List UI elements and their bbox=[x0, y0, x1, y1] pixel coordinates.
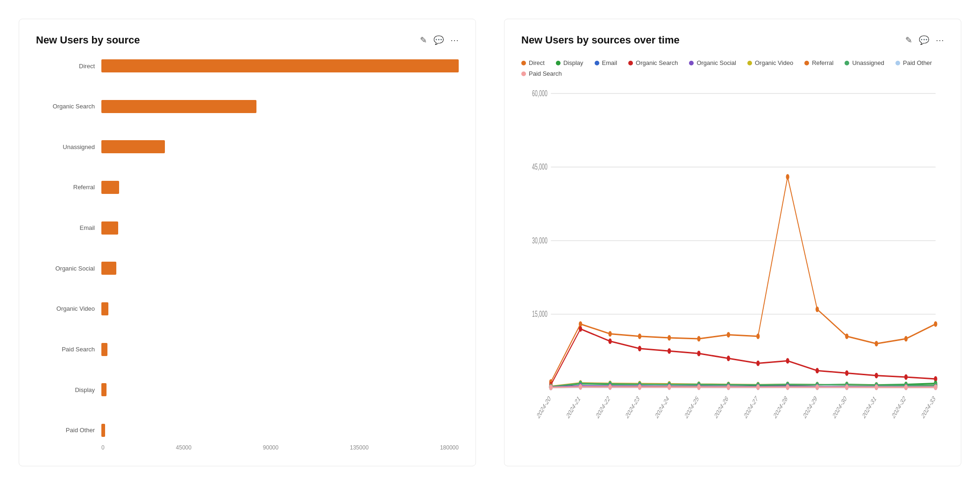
legend-dot bbox=[845, 61, 849, 65]
more-icon[interactable]: ⋯ bbox=[936, 35, 944, 45]
svg-point-41 bbox=[668, 348, 671, 354]
legend-dot bbox=[521, 61, 526, 65]
svg-text:2024-23: 2024-23 bbox=[625, 394, 640, 421]
legend-item: Email bbox=[595, 59, 618, 66]
svg-point-45 bbox=[786, 358, 789, 364]
svg-point-152 bbox=[638, 384, 641, 390]
legend-item: Referral bbox=[804, 59, 833, 66]
legend-item: Paid Other bbox=[895, 59, 932, 66]
bar-fill bbox=[101, 302, 108, 315]
svg-text:2024-24: 2024-24 bbox=[654, 394, 670, 420]
svg-point-160 bbox=[875, 385, 878, 390]
svg-text:2024-29: 2024-29 bbox=[802, 394, 818, 421]
legend-item: Organic Social bbox=[689, 59, 736, 66]
more-icon[interactable]: ⋯ bbox=[450, 35, 459, 45]
svg-point-25 bbox=[608, 331, 611, 337]
bar-fill bbox=[101, 59, 459, 72]
left-panel-header: New Users by source ✎ 💬 ⋯ bbox=[36, 34, 459, 46]
svg-text:15,000: 15,000 bbox=[532, 310, 547, 319]
legend-dot bbox=[689, 61, 694, 65]
svg-point-36 bbox=[934, 321, 937, 327]
comment-icon[interactable]: 💬 bbox=[919, 35, 929, 45]
legend-dot bbox=[747, 61, 752, 65]
line-chart-svg: 60,00045,00030,00015,0002024-202024-2120… bbox=[521, 86, 944, 451]
svg-text:45,000: 45,000 bbox=[532, 163, 547, 171]
svg-point-33 bbox=[845, 334, 848, 339]
bar-label: Paid Search bbox=[36, 346, 101, 353]
bar-fill bbox=[101, 140, 165, 153]
svg-point-159 bbox=[845, 385, 848, 390]
svg-point-40 bbox=[638, 346, 641, 351]
svg-point-34 bbox=[875, 341, 878, 347]
bar-label: Unassigned bbox=[36, 143, 101, 150]
bar-container bbox=[101, 383, 459, 396]
svg-point-42 bbox=[697, 351, 700, 357]
svg-text:2024-31: 2024-31 bbox=[861, 394, 877, 421]
bar-container bbox=[101, 100, 459, 113]
svg-text:2024-28: 2024-28 bbox=[773, 394, 788, 421]
bar-fill bbox=[101, 343, 107, 356]
x-axis-label: 180000 bbox=[440, 444, 459, 451]
svg-point-49 bbox=[904, 374, 908, 380]
legend-item: Organic Video bbox=[747, 59, 793, 66]
bar-label: Display bbox=[36, 386, 101, 393]
legend-dot bbox=[895, 61, 900, 65]
svg-text:2024-32: 2024-32 bbox=[891, 394, 907, 421]
bar-row: Organic Search bbox=[36, 100, 459, 113]
edit-icon[interactable]: ✎ bbox=[420, 35, 427, 45]
bar-container bbox=[101, 343, 459, 356]
left-panel: New Users by source ✎ 💬 ⋯ DirectOrganic … bbox=[19, 19, 476, 466]
svg-point-35 bbox=[904, 336, 908, 342]
legend-item: Direct bbox=[521, 59, 545, 66]
comment-icon[interactable]: 💬 bbox=[433, 35, 444, 45]
bar-label: Organic Search bbox=[36, 103, 101, 110]
bar-label: Organic Social bbox=[36, 265, 101, 272]
svg-point-154 bbox=[697, 385, 700, 390]
legend-label: Email bbox=[602, 59, 618, 66]
legend-label: Direct bbox=[529, 59, 545, 66]
legend-label: Display bbox=[563, 59, 583, 66]
bar-container bbox=[101, 181, 459, 194]
legend-dot bbox=[556, 61, 561, 65]
svg-point-149 bbox=[549, 385, 553, 390]
svg-point-27 bbox=[668, 335, 671, 341]
bar-fill bbox=[101, 424, 105, 437]
bar-fill bbox=[101, 383, 107, 396]
svg-point-156 bbox=[756, 385, 760, 390]
svg-point-158 bbox=[816, 385, 819, 390]
svg-point-150 bbox=[579, 384, 582, 390]
legend-dot bbox=[804, 61, 809, 65]
bar-row: Paid Search bbox=[36, 343, 459, 356]
legend-dot bbox=[521, 71, 526, 76]
svg-point-39 bbox=[608, 338, 611, 344]
svg-point-29 bbox=[727, 332, 730, 338]
bar-container bbox=[101, 262, 459, 275]
bar-container bbox=[101, 302, 459, 315]
svg-point-38 bbox=[579, 326, 582, 332]
legend-dot bbox=[628, 61, 633, 65]
svg-point-162 bbox=[934, 385, 937, 390]
legend-item: Organic Search bbox=[628, 59, 678, 66]
svg-point-32 bbox=[816, 307, 819, 312]
bar-row: Display bbox=[36, 383, 459, 396]
svg-text:2024-21: 2024-21 bbox=[566, 394, 582, 421]
edit-icon[interactable]: ✎ bbox=[905, 35, 912, 45]
right-panel: New Users by sources over time ✎ 💬 ⋯ Dir… bbox=[504, 19, 961, 466]
bar-container bbox=[101, 424, 459, 437]
left-panel-title: New Users by source bbox=[36, 34, 140, 46]
svg-text:2024-25: 2024-25 bbox=[684, 394, 700, 421]
svg-point-155 bbox=[727, 385, 730, 390]
right-panel-header: New Users by sources over time ✎ 💬 ⋯ bbox=[521, 34, 944, 46]
svg-point-43 bbox=[727, 356, 730, 361]
svg-point-24 bbox=[579, 321, 582, 327]
svg-text:2024-26: 2024-26 bbox=[713, 394, 729, 421]
svg-text:2024-20: 2024-20 bbox=[536, 394, 552, 420]
legend-label: Unassigned bbox=[852, 59, 884, 66]
x-axis-label: 0 bbox=[101, 444, 105, 451]
legend-item: Display bbox=[556, 59, 583, 66]
bar-container bbox=[101, 140, 459, 153]
svg-text:30,000: 30,000 bbox=[532, 236, 547, 245]
bar-label: Direct bbox=[36, 63, 101, 70]
bar-label: Email bbox=[36, 224, 101, 231]
bar-fill bbox=[101, 262, 116, 275]
